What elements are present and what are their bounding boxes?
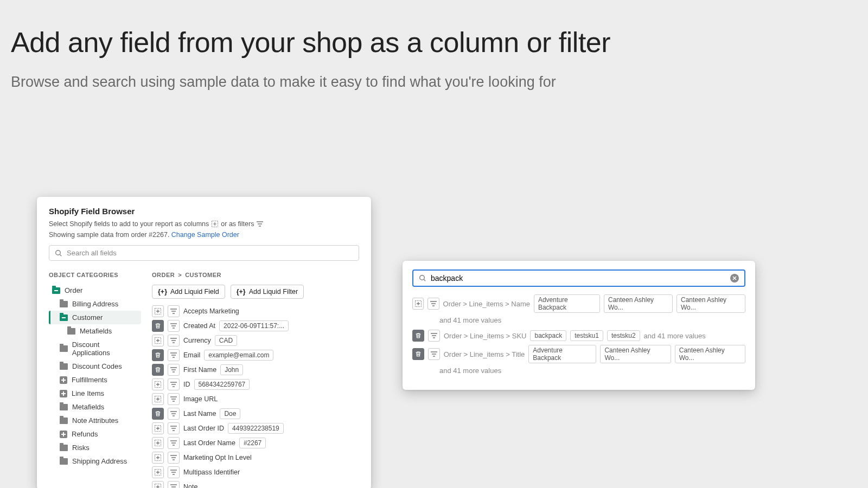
folder-icon: [60, 363, 68, 370]
folder-open-icon: [52, 287, 60, 294]
add-column-button[interactable]: [152, 452, 164, 464]
folder-icon: [67, 328, 75, 335]
filter-icon: [256, 220, 264, 228]
add-filter-button[interactable]: [168, 452, 180, 464]
clear-search-icon[interactable]: [730, 274, 739, 282]
category-label: Billing Address: [72, 300, 118, 308]
category-item[interactable]: Risks: [49, 441, 141, 454]
search-backpack-input[interactable]: [412, 269, 745, 287]
field-name: Note: [183, 483, 197, 488]
add-filter-button[interactable]: [168, 437, 180, 449]
add-filter-button[interactable]: [168, 408, 180, 420]
category-item[interactable]: Note Attributes: [49, 414, 141, 427]
search-icon: [419, 274, 426, 282]
add-filter-button[interactable]: [168, 393, 180, 405]
add-column-button[interactable]: [412, 298, 424, 310]
category-item[interactable]: Customer: [49, 311, 141, 324]
add-column-button[interactable]: [152, 437, 164, 449]
panel-title: Shopify Field Browser: [49, 207, 359, 216]
remove-column-button[interactable]: [152, 364, 164, 376]
add-liquid-filter-button[interactable]: {+}Add Liquid Filter: [231, 285, 304, 299]
field-row: Created At2022-06-09T11:57:...: [152, 320, 359, 332]
add-filter-button[interactable]: [168, 335, 180, 346]
result-value-chip: Adventure Backpack: [528, 345, 596, 363]
add-column-button[interactable]: [152, 422, 164, 434]
field-row: First NameJohn: [152, 364, 359, 376]
add-liquid-field-button[interactable]: {+}Add Liquid Field: [152, 285, 225, 299]
add-filter-button[interactable]: [428, 330, 440, 342]
field-name: Created At: [183, 322, 215, 330]
search-result-row: Order > Line_items > TitleAdventure Back…: [412, 345, 745, 363]
svg-point-12: [420, 275, 425, 280]
add-column-button[interactable]: [152, 481, 164, 488]
category-item[interactable]: Order: [49, 284, 141, 297]
expand-icon: [60, 376, 67, 384]
add-filter-button[interactable]: [168, 349, 180, 361]
result-value-chip: Canteen Ashley Wo...: [675, 345, 745, 363]
category-item[interactable]: Fulfillments: [49, 373, 141, 387]
field-name: First Name: [183, 366, 216, 374]
category-label: Discount Codes: [72, 362, 122, 370]
category-item[interactable]: Metafields: [49, 324, 141, 338]
add-filter-button[interactable]: [168, 466, 180, 478]
result-value-chip: Adventure Backpack: [534, 294, 600, 313]
change-sample-order-link[interactable]: Change Sample Order: [171, 231, 239, 239]
panel-description: Select Shopify fields to add to your rep…: [49, 220, 359, 228]
add-filter-button[interactable]: [168, 364, 180, 376]
remove-column-button[interactable]: [152, 408, 164, 420]
field-row: Marketing Opt In Level: [152, 452, 359, 464]
add-column-button[interactable]: [152, 335, 164, 346]
add-column-button[interactable]: [152, 466, 164, 478]
add-filter-button[interactable]: [428, 348, 440, 360]
page-subhead: Browse and search using sample data to m…: [0, 59, 868, 91]
sample-data-line: Showing sample data from order #2267. Ch…: [49, 231, 359, 239]
add-filter-button[interactable]: [168, 422, 180, 434]
field-row: Last NameDoe: [152, 408, 359, 420]
category-item[interactable]: Line Items: [49, 387, 141, 400]
add-filter-button[interactable]: [168, 378, 180, 390]
category-item[interactable]: Billing Address: [49, 297, 141, 311]
category-label: Risks: [72, 444, 90, 452]
category-label: Shipping Address: [72, 457, 127, 465]
field-row: CurrencyCAD: [152, 335, 359, 346]
field-row: Emailexample@email.com: [152, 349, 359, 361]
breadcrumb: ORDER > CUSTOMER: [152, 272, 359, 278]
remove-column-button[interactable]: [412, 348, 424, 360]
category-item[interactable]: Discount Codes: [49, 359, 141, 373]
field-name: Image URL: [183, 395, 218, 403]
field-sample-value: #2267: [239, 438, 266, 448]
add-filter-button[interactable]: [168, 320, 180, 332]
category-label: Fulfillments: [72, 376, 107, 384]
category-item[interactable]: Refunds: [49, 427, 141, 441]
remove-column-button[interactable]: [152, 320, 164, 332]
add-filter-button[interactable]: [168, 481, 180, 488]
remove-column-button[interactable]: [412, 330, 424, 342]
add-filter-button[interactable]: [168, 305, 180, 317]
category-item[interactable]: Shipping Address: [49, 454, 141, 468]
field-name: Currency: [183, 337, 211, 344]
add-column-button[interactable]: [152, 393, 164, 405]
category-label: Refunds: [72, 430, 98, 438]
search-input-field[interactable]: [431, 274, 726, 282]
add-filter-button[interactable]: [427, 298, 439, 310]
result-value-chip: backpack: [530, 330, 566, 341]
add-column-button[interactable]: [152, 378, 164, 390]
expand-icon: [60, 431, 67, 438]
field-name: ID: [183, 381, 190, 388]
field-browser-panel: Shopify Field Browser Select Shopify fie…: [37, 197, 371, 488]
remove-column-button[interactable]: [152, 349, 164, 361]
add-column-icon: [211, 220, 219, 228]
search-all-fields-input[interactable]: Search all fields: [49, 245, 359, 261]
folder-icon: [60, 458, 68, 465]
category-item[interactable]: Discount Applications: [49, 338, 141, 359]
field-sample-value: 4493922238519: [228, 423, 284, 434]
category-label: Customer: [72, 313, 103, 322]
category-label: Discount Applications: [72, 341, 138, 357]
field-row: Accepts Marketing: [152, 305, 359, 317]
field-sample-value: 5684342259767: [194, 379, 250, 390]
field-sample-value: 2022-06-09T11:57:...: [219, 320, 289, 331]
categories-heading: OBJECT CATEGORIES: [49, 272, 141, 278]
add-column-button[interactable]: [152, 305, 164, 317]
field-sample-value: John: [220, 364, 243, 375]
category-item[interactable]: Metafields: [49, 400, 141, 414]
